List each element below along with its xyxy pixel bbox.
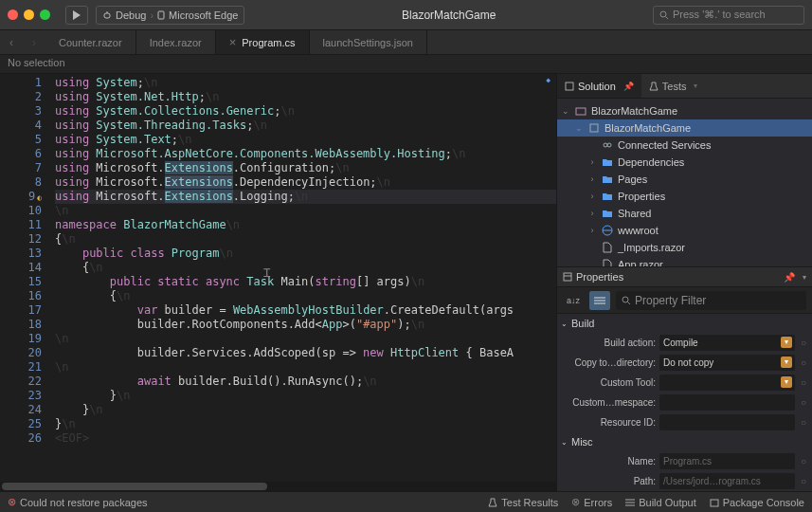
code-line[interactable]: {\n — [55, 261, 556, 275]
prop-reset-icon[interactable]: ○ — [799, 417, 808, 428]
pin-icon[interactable]: 📌 — [623, 82, 634, 91]
prop-reset-icon[interactable]: ○ — [799, 377, 808, 388]
code-line[interactable]: using System.Text;\n — [55, 133, 556, 147]
prop-copy: Copy to…directory: Do not copy ○ — [557, 353, 812, 373]
code-line[interactable]: <EOF> — [55, 431, 556, 446]
resource-id-input[interactable] — [659, 414, 795, 430]
svg-rect-7 — [590, 124, 598, 132]
disclosure-icon[interactable]: › — [587, 192, 597, 201]
misc-group[interactable]: ⌄Misc — [557, 432, 812, 451]
tree-node[interactable]: ⌄BlazorMatchGame — [557, 119, 812, 137]
properties-pin-icon[interactable]: 📌 — [784, 272, 795, 283]
tree-node[interactable]: ›wwwroot — [557, 222, 812, 239]
prop-custom-ns: Custom…mespace: ○ — [557, 393, 812, 412]
code-line[interactable]: using Microsoft.AspNetCore.Components.We… — [55, 147, 556, 161]
status-build-output[interactable]: Build Output — [625, 497, 696, 508]
code-line[interactable]: using Microsoft.Extensions.DependencyInj… — [55, 175, 556, 190]
editor-tab[interactable]: Counter.razor — [45, 30, 136, 54]
code-line[interactable]: public static async Task Main(string[] a… — [55, 275, 556, 289]
property-filter-input[interactable]: Property Filter — [616, 291, 806, 310]
tree-node[interactable]: ›Pages — [557, 171, 812, 188]
code-line[interactable]: public class Program\n — [55, 247, 556, 261]
code-line[interactable]: var builder = WebAssemblyHostBuilder.Cre… — [55, 303, 556, 318]
tree-node[interactable]: ›Dependencies — [557, 154, 812, 171]
code-line[interactable]: using System.Net.Http;\n — [55, 90, 556, 104]
custom-tool-input[interactable] — [659, 375, 795, 391]
status-package-console[interactable]: Package Console — [710, 497, 804, 508]
run-button[interactable] — [65, 6, 88, 25]
code-line[interactable]: using Microsoft.Extensions.Logging;\n — [55, 190, 556, 204]
close-window-button[interactable] — [8, 9, 18, 20]
svg-point-8 — [604, 143, 607, 147]
combo-value: Do not copy — [663, 357, 713, 368]
prop-reset-icon[interactable]: ○ — [799, 357, 808, 368]
disclosure-icon[interactable]: › — [587, 209, 597, 218]
maximize-window-button[interactable] — [40, 9, 50, 20]
status-errors[interactable]: ⊗ Errors — [571, 496, 612, 508]
sort-az-button[interactable]: a↓z — [563, 291, 584, 310]
code-line[interactable]: \n — [55, 360, 556, 375]
window-title: BlazorMatchGame — [252, 9, 645, 22]
breadcrumb[interactable]: No selection — [0, 55, 812, 74]
tree-node[interactable]: Connected Services — [557, 137, 812, 154]
editor-tab[interactable]: launchSettings.json — [310, 30, 427, 54]
disclosure-icon[interactable]: › — [587, 157, 597, 167]
tree-label: Shared — [618, 208, 651, 219]
code-line[interactable]: \n — [55, 332, 556, 346]
global-search[interactable]: Press '⌘.' to search — [653, 6, 804, 25]
tab-label: Program.cs — [242, 37, 295, 48]
code-line[interactable]: using System.Collections.Generic;\n — [55, 104, 556, 119]
prop-reset-icon[interactable]: ○ — [799, 456, 808, 466]
prop-reset-icon[interactable]: ○ — [799, 338, 808, 348]
build-group[interactable]: ⌄Build — [557, 314, 812, 333]
tree-node[interactable]: ⌄BlazorMatchGame — [557, 102, 812, 119]
code-line[interactable]: }\n — [55, 389, 556, 403]
solution-tree[interactable]: ⌄BlazorMatchGame⌄BlazorMatchGameConnecte… — [557, 99, 812, 266]
code-line[interactable]: builder.Services.AddScoped(sp => new Htt… — [55, 346, 556, 360]
error-circle-icon: ⊗ — [571, 496, 580, 508]
code-body[interactable]: using System;\nusing System.Net.Http;\nu… — [55, 74, 556, 491]
tab-tests[interactable]: Tests ▾ — [641, 74, 706, 98]
editor-tab[interactable]: ×Program.cs — [216, 30, 310, 54]
close-tab-icon[interactable]: × — [229, 35, 237, 49]
disclosure-icon[interactable]: ⌄ — [574, 123, 584, 133]
status-test-results[interactable]: Test Results — [488, 497, 558, 508]
scrollbar-thumb[interactable] — [2, 483, 267, 490]
tree-node[interactable]: ›Properties — [557, 188, 812, 205]
disclosure-icon[interactable]: › — [587, 174, 597, 184]
code-line[interactable]: await builder.Build().RunAsync();\n — [55, 375, 556, 389]
code-line[interactable]: using System.Threading.Tasks;\n — [55, 119, 556, 133]
minimize-window-button[interactable] — [24, 9, 34, 20]
tree-node[interactable]: _Imports.razor — [557, 239, 812, 256]
nav-back-button[interactable]: ‹ — [0, 30, 23, 54]
code-editor[interactable]: ◆ 123456789◐1011121314151617181920212223… — [0, 74, 556, 491]
code-line[interactable]: }\n — [55, 417, 556, 431]
nav-forward-button[interactable]: › — [23, 30, 45, 54]
code-line[interactable]: namespace BlazorMatchGame\n — [55, 218, 556, 232]
prop-reset-icon[interactable]: ○ — [799, 397, 808, 408]
editor-tab[interactable]: Index.razor — [136, 30, 216, 54]
status-error[interactable]: ⊗ Could not restore packages — [8, 496, 148, 508]
search-icon — [659, 10, 669, 20]
code-line[interactable]: builder.RootComponents.Add<App>("#app");… — [55, 318, 556, 332]
prop-reset-icon[interactable]: ○ — [799, 476, 808, 486]
code-line[interactable]: \n — [55, 204, 556, 218]
tab-solution[interactable]: Solution 📌 — [557, 74, 641, 98]
custom-ns-input[interactable] — [659, 394, 795, 411]
copy-combo[interactable]: Do not copy — [659, 355, 795, 371]
category-button[interactable] — [589, 291, 610, 310]
build-action-combo[interactable]: Compile — [659, 335, 795, 351]
disclosure-icon[interactable]: ⌄ — [561, 106, 570, 116]
properties-menu-icon[interactable]: ▾ — [803, 273, 806, 282]
disclosure-icon[interactable]: › — [587, 226, 597, 235]
code-line[interactable]: using System;\n — [55, 76, 556, 90]
code-line[interactable]: }\n — [55, 403, 556, 417]
tree-node[interactable]: ›Shared — [557, 205, 812, 222]
svg-rect-14 — [564, 273, 571, 281]
code-line[interactable]: using Microsoft.Extensions.Configuration… — [55, 161, 556, 175]
horizontal-scrollbar[interactable] — [0, 482, 556, 491]
config-selector[interactable]: Debug › Microsoft Edge — [96, 6, 244, 25]
tree-node[interactable]: App.razor — [557, 256, 812, 266]
code-line[interactable]: {\n — [55, 232, 556, 247]
code-line[interactable]: {\n — [55, 289, 556, 303]
